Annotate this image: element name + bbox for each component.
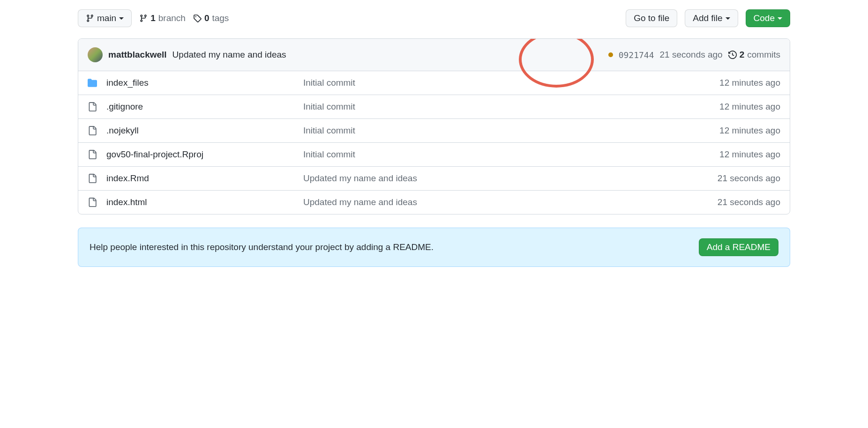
- caret-down-icon: [726, 17, 730, 20]
- add-file-button[interactable]: Add file: [685, 9, 738, 27]
- file-commit-message[interactable]: Initial commit: [303, 125, 355, 135]
- file-commit-message[interactable]: Updated my name and ideas: [303, 173, 417, 183]
- file-commit-message[interactable]: Initial commit: [303, 78, 355, 88]
- file-time: 12 minutes ago: [719, 78, 780, 88]
- file-commit-message[interactable]: Initial commit: [303, 149, 355, 159]
- tag-icon: [193, 14, 202, 22]
- file-icon: [88, 126, 97, 135]
- commits-link[interactable]: 2 commits: [728, 50, 780, 60]
- file-commit-message[interactable]: Initial commit: [303, 102, 355, 111]
- commit-message[interactable]: Updated my name and ideas: [172, 50, 286, 60]
- file-name-link[interactable]: .gitignore: [106, 102, 143, 111]
- readme-prompt-text: Help people interested in this repositor…: [90, 242, 434, 252]
- tag-count: 0: [204, 13, 210, 23]
- commit-count-label: commits: [747, 50, 780, 60]
- file-icon: [88, 198, 97, 207]
- branch-count: 1: [150, 13, 156, 23]
- file-icon: [88, 102, 97, 111]
- branches-link[interactable]: 1 branch: [139, 13, 186, 23]
- file-time: 21 seconds ago: [718, 173, 780, 184]
- tags-link[interactable]: 0 tags: [193, 13, 229, 23]
- file-row: index.htmlUpdated my name and ideas21 se…: [78, 191, 790, 214]
- commit-author[interactable]: mattblackwell: [108, 50, 167, 60]
- tag-label: tags: [212, 13, 229, 23]
- git-branch-icon: [139, 14, 148, 22]
- readme-prompt-banner: Help people interested in this repositor…: [78, 228, 790, 267]
- avatar[interactable]: [88, 47, 103, 62]
- go-to-file-button[interactable]: Go to file: [626, 9, 677, 27]
- branch-label: branch: [158, 13, 186, 23]
- file-icon: [88, 150, 97, 159]
- file-browser: mattblackwell Updated my name and ideas …: [78, 38, 790, 214]
- file-name-link[interactable]: gov50-final-project.Rproj: [106, 149, 203, 159]
- file-name-link[interactable]: .nojekyll: [106, 125, 139, 135]
- commit-sha[interactable]: 0921744: [619, 50, 654, 60]
- file-row: index.RmdUpdated my name and ideas21 sec…: [78, 167, 790, 191]
- file-row: index_filesInitial commit12 minutes ago: [78, 71, 790, 95]
- file-time: 12 minutes ago: [719, 149, 780, 160]
- file-name-link[interactable]: index_files: [106, 78, 149, 88]
- status-pending-icon[interactable]: [608, 52, 613, 57]
- latest-commit-row: mattblackwell Updated my name and ideas …: [78, 39, 790, 71]
- file-row: .gitignoreInitial commit12 minutes ago: [78, 95, 790, 119]
- commit-time[interactable]: 21 seconds ago: [660, 50, 723, 60]
- file-row: gov50-final-project.RprojInitial commit1…: [78, 143, 790, 167]
- repo-toolbar: main 1 branch 0 tags Go to file Add file: [78, 9, 790, 27]
- file-name-link[interactable]: index.html: [106, 197, 147, 207]
- branch-select-button[interactable]: main: [78, 9, 132, 27]
- history-icon: [728, 51, 737, 59]
- file-time: 21 seconds ago: [718, 197, 780, 207]
- add-readme-button[interactable]: Add a README: [699, 238, 778, 256]
- file-row: .nojekyllInitial commit12 minutes ago: [78, 119, 790, 143]
- commit-count: 2: [740, 50, 745, 60]
- code-button[interactable]: Code: [746, 9, 790, 27]
- caret-down-icon: [119, 17, 124, 20]
- file-icon: [88, 174, 97, 183]
- file-name-link[interactable]: index.Rmd: [106, 173, 149, 183]
- git-branch-icon: [86, 14, 94, 22]
- file-time: 12 minutes ago: [719, 125, 780, 136]
- file-time: 12 minutes ago: [719, 102, 780, 112]
- branch-name: main: [97, 14, 116, 23]
- file-commit-message[interactable]: Updated my name and ideas: [303, 197, 417, 207]
- caret-down-icon: [778, 17, 782, 20]
- folder-icon: [88, 78, 97, 88]
